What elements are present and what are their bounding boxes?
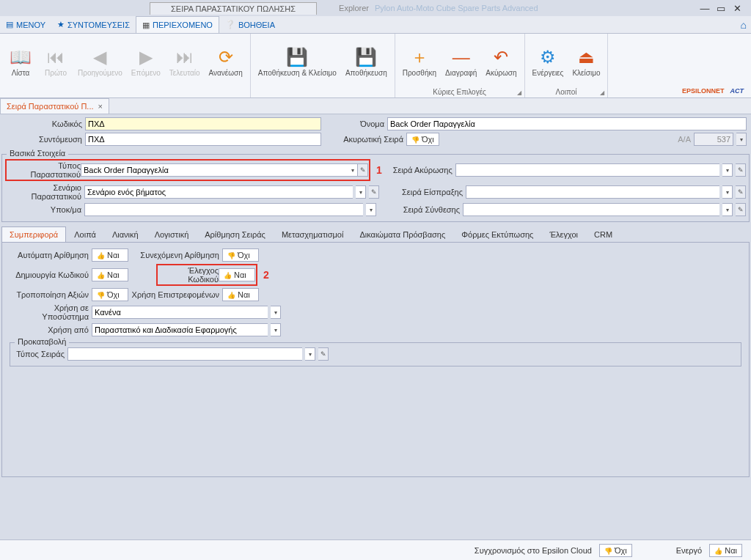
scenario-edit-icon[interactable]: ✎ [369, 185, 379, 199]
active-label: Ενεργό [676, 546, 703, 555]
check-code-toggle[interactable]: Ναι [219, 268, 255, 281]
subtab-behavior[interactable]: Συμπεριφορά [1, 226, 66, 242]
series-type-edit-icon[interactable]: ✎ [318, 347, 329, 361]
ribbon-last-button[interactable]: ⏭Τελευταίο [165, 43, 205, 89]
ribbon-corner-main[interactable]: ◢ [517, 89, 521, 96]
ribbon-save-close-button[interactable]: 💾Αποθήκευση & Κλείσιμο [254, 43, 341, 89]
ribbon-close-button[interactable]: ⏏Κλείσιμο [568, 43, 604, 89]
ribbon-delete-button[interactable]: —Διαγραφή [441, 43, 481, 89]
scenario-dropdown[interactable]: ▾ [356, 185, 366, 199]
annotation-1: 1 [376, 164, 382, 176]
scenario-input[interactable] [84, 185, 353, 199]
basic-fieldset: Βασικά Στοιχεία Τύπος Παραστατικού ▾ ✎ 1… [1, 154, 750, 222]
subtab-crm[interactable]: CRM [586, 226, 620, 242]
branch-input[interactable] [84, 203, 363, 216]
menu-help[interactable]: ❔ΒΟΗΘΕΙΑ [219, 16, 281, 33]
ribbon: 📖Λίστα ⏮Πρώτο ◀Προηγούμενο ▶Επόμενο ⏭Τελ… [0, 34, 751, 98]
active-toggle[interactable]: Ναι [709, 544, 742, 557]
branch-label: Υποκ/μα [5, 205, 81, 214]
ribbon-list-button[interactable]: 📖Λίστα [3, 43, 38, 89]
subtab-print-forms[interactable]: Φόρμες Εκτύπωσης [453, 226, 541, 242]
minimize-button[interactable]: — [697, 1, 713, 15]
subtab-retail[interactable]: Λιανική [104, 226, 147, 242]
ribbon-cancel-button[interactable]: ↶Ακύρωση [481, 43, 521, 89]
aa-field: 537 [694, 133, 733, 146]
use-from-label: Χρήση από [8, 325, 89, 334]
subtab-transform[interactable]: Μετασχηματισμοί [274, 226, 351, 242]
sync-toggle[interactable]: Όχι [599, 544, 632, 557]
behavior-panel: Αυτόματη Αρίθμηση Ναι Συνεχόμενη Αρίθμησ… [1, 243, 750, 477]
subtab-accounting[interactable]: Λογιστική [147, 226, 197, 242]
use-subsystem-dropdown[interactable]: ▾ [271, 306, 281, 319]
thumb-down-icon [97, 290, 105, 299]
explorer-label: Explorer [339, 4, 369, 12]
modify-values-label: Τροποποίηση Αξιών [8, 290, 89, 299]
doc-type-edit-icon[interactable]: ✎ [358, 163, 368, 177]
collect-series-input[interactable] [466, 185, 719, 199]
scenario-label: Σενάριο Παραστατικού [5, 183, 81, 201]
auto-num-toggle[interactable]: Ναι [92, 248, 128, 262]
code-input[interactable] [85, 117, 321, 130]
thumb-up-icon [227, 290, 235, 299]
thumb-down-icon [411, 135, 420, 144]
document-tab[interactable]: Σειρά Παραστατικού Π... × [0, 98, 109, 114]
subtab-checks[interactable]: Έλεγχοι [541, 226, 586, 242]
abbrev-label: Συντόμευση [4, 135, 82, 144]
cancel-series-toggle[interactable]: Όχι [406, 133, 439, 146]
cancel-series-input[interactable] [455, 163, 719, 177]
collect-series-edit-icon[interactable]: ✎ [736, 185, 746, 199]
thumb-down-icon [227, 251, 235, 259]
window-tab-title: ΣΕΙΡΑ ΠΑΡΑΣΤΑΤΙΚΟΥ ΠΩΛΗΣΗΣ [150, 2, 317, 15]
use-returned-toggle[interactable]: Ναι [222, 288, 259, 301]
abbrev-input[interactable] [85, 133, 321, 146]
compose-series-dropdown[interactable]: ▾ [722, 203, 733, 216]
name-input[interactable] [387, 117, 747, 130]
subtab-numbering[interactable]: Αρίθμηση Σειράς [197, 226, 274, 242]
cancel-series-edit-icon[interactable]: ✎ [736, 163, 746, 177]
menu-menu[interactable]: ▤ΜΕΝΟΥ [0, 16, 51, 33]
collect-series-dropdown[interactable]: ▾ [722, 185, 733, 199]
cancel-series2-label: Σειρά Ακύρωσης [389, 166, 453, 174]
document-tab-close[interactable]: × [98, 102, 103, 111]
use-subsystem-input[interactable] [92, 306, 268, 319]
aa-dropdown[interactable]: ▾ [736, 133, 747, 146]
prepay-fieldset: Προκαταβολή Τύπος Σειράς ▾ ✎ [10, 342, 741, 366]
branch-dropdown[interactable]: ▾ [366, 203, 376, 216]
epsilonnet-logo: EPSILONNET [682, 87, 725, 95]
ribbon-save-button[interactable]: 💾Αποθήκευση [341, 43, 392, 89]
ribbon-next-button[interactable]: ▶Επόμενο [127, 43, 165, 89]
menu-content[interactable]: ▦ΠΕΡΙΕΧΟΜΕΝΟ [136, 16, 219, 33]
ribbon-actions-button[interactable]: ⚙Ενέργειες [528, 43, 568, 89]
series-type-dropdown[interactable]: ▾ [305, 347, 315, 361]
ribbon-refresh-button[interactable]: ⟳Ανανέωση [205, 43, 247, 89]
home-icon[interactable]: ⌂ [741, 16, 747, 33]
ribbon-add-button[interactable]: ＋Προσθήκη [398, 43, 441, 89]
maximize-button[interactable]: ▭ [713, 1, 729, 15]
use-from-input[interactable] [92, 323, 268, 336]
use-from-dropdown[interactable]: ▾ [271, 323, 281, 336]
auto-num-label: Αυτόματη Αρίθμηση [8, 251, 89, 259]
doc-type-dropdown[interactable]: ▾ [348, 163, 358, 177]
subtab-strip: Συμπεριφορά Λοιπά Λιανική Λογιστική Αρίθ… [1, 226, 750, 243]
cont-num-toggle[interactable]: Όχι [222, 248, 259, 262]
modify-values-toggle[interactable]: Όχι [92, 288, 128, 301]
compose-series-input[interactable] [463, 203, 719, 216]
top-form: Κωδικός Όνομα Συντόμευση Ακυρωτική Σειρά… [0, 114, 751, 151]
ribbon-prev-button[interactable]: ◀Προηγούμενο [73, 43, 127, 89]
ribbon-group-other-label: Λοιποί [525, 88, 608, 96]
cancel-series-dropdown[interactable]: ▾ [722, 163, 733, 177]
subtab-access[interactable]: Δικαιώματα Πρόσβασης [351, 226, 453, 242]
subtab-other[interactable]: Λοιπά [66, 226, 104, 242]
thumb-up-icon [97, 270, 105, 279]
doc-type-input[interactable] [81, 163, 348, 177]
cancel-series-label: Ακυρωτική Σειρά [324, 135, 403, 144]
close-window-button[interactable]: ✕ [729, 1, 745, 15]
create-code-toggle[interactable]: Ναι [92, 268, 128, 281]
ribbon-corner-other[interactable]: ◢ [600, 89, 604, 96]
ribbon-first-button[interactable]: ⏮Πρώτο [38, 43, 73, 89]
check-code-label: Έλεγχος Κωδικού [158, 266, 219, 284]
series-type-input[interactable] [67, 347, 302, 361]
menu-shortcuts[interactable]: ★ΣΥΝΤΟΜΕΥΣΕΙΣ [51, 16, 136, 33]
thumb-up-icon [224, 270, 232, 279]
compose-series-edit-icon[interactable]: ✎ [736, 203, 746, 216]
